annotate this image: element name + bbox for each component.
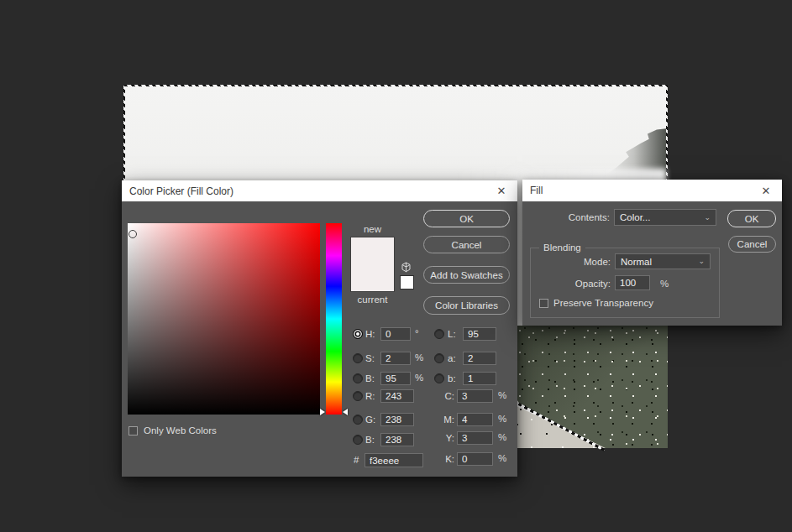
fill-cancel-button[interactable]: Cancel — [728, 236, 776, 253]
g-radio[interactable] — [353, 415, 363, 425]
c-label: C: — [438, 391, 454, 401]
m-label: M: — [438, 415, 454, 425]
contents-dropdown[interactable]: Color... ⌄ — [614, 209, 716, 226]
c-unit: % — [498, 390, 506, 400]
add-to-swatches-button[interactable]: Add to Swatches — [423, 266, 510, 284]
g-input[interactable] — [380, 413, 414, 426]
b2-radio[interactable] — [434, 373, 444, 383]
mode-label: Mode: — [530, 257, 611, 267]
b-unit: % — [415, 373, 423, 383]
color-picker-dialog: Color Picker (Fill Color) ✕ new current … — [122, 180, 517, 477]
current-swatch-label: current — [344, 295, 401, 305]
fill-dialog: Fill ✕ Contents: Color... ⌄ OK Cancel Bl… — [522, 180, 782, 326]
hue-slider-arrow-left[interactable] — [320, 409, 325, 415]
y-input[interactable] — [457, 431, 493, 445]
contents-value: Color... — [620, 212, 650, 222]
g-label: G: — [365, 415, 375, 425]
m-unit: % — [498, 414, 506, 424]
color-picker-title: Color Picker (Fill Color) — [122, 185, 233, 197]
mode-value: Normal — [621, 257, 652, 267]
s-unit: % — [415, 352, 423, 362]
b-label: B: — [365, 373, 375, 383]
new-current-swatch — [350, 237, 395, 292]
a-input[interactable] — [463, 352, 496, 365]
a-label: a: — [448, 353, 456, 363]
opacity-input[interactable] — [615, 275, 650, 290]
k-input[interactable] — [457, 452, 493, 466]
fill-ok-button[interactable]: OK — [727, 210, 776, 227]
fill-titlebar[interactable]: Fill ✕ — [522, 180, 782, 201]
s-input[interactable] — [380, 352, 411, 365]
ok-button[interactable]: OK — [423, 210, 510, 227]
color-libraries-button[interactable]: Color Libraries — [423, 296, 510, 315]
h-unit: ° — [415, 328, 419, 338]
k-unit: % — [498, 453, 506, 463]
opacity-label: Opacity: — [530, 279, 611, 289]
r-label: R: — [365, 391, 375, 401]
mode-dropdown[interactable]: Normal ⌄ — [615, 253, 711, 269]
fill-title: Fill — [522, 185, 543, 196]
cancel-button[interactable]: Cancel — [423, 236, 510, 253]
l-label: L: — [448, 329, 456, 339]
b-input[interactable] — [380, 372, 411, 385]
only-web-colors-checkbox[interactable] — [129, 426, 138, 436]
preserve-transparency-label: Preserve Transparency — [553, 298, 653, 308]
b3-label: B: — [365, 435, 375, 445]
hex-input[interactable] — [365, 453, 423, 467]
web-safe-cube-icon[interactable] — [401, 262, 412, 273]
b3-input[interactable] — [380, 433, 414, 446]
opacity-unit: % — [660, 279, 669, 289]
c-input[interactable] — [457, 389, 493, 403]
hue-slider[interactable] — [326, 223, 342, 415]
l-input[interactable] — [463, 327, 496, 341]
close-icon[interactable]: ✕ — [492, 180, 511, 201]
b3-radio[interactable] — [353, 435, 363, 445]
hex-label: # — [354, 455, 359, 465]
r-radio[interactable] — [353, 391, 363, 401]
s-radio[interactable] — [353, 353, 363, 363]
y-label: Y: — [438, 433, 454, 443]
blending-group-label: Blending — [539, 243, 585, 253]
only-web-colors-label: Only Web Colors — [144, 425, 217, 436]
r-input[interactable] — [380, 389, 414, 403]
s-label: S: — [365, 353, 375, 363]
h-label: H: — [365, 329, 375, 339]
k-label: K: — [438, 454, 454, 464]
color-picker-titlebar[interactable]: Color Picker (Fill Color) ✕ — [122, 180, 517, 201]
fill-close-icon[interactable]: ✕ — [757, 180, 775, 201]
b2-label: b: — [448, 373, 456, 383]
mode-chevron-down-icon: ⌄ — [698, 258, 705, 265]
new-swatch-label: new — [350, 224, 395, 234]
contents-label: Contents: — [529, 212, 610, 222]
preserve-transparency-checkbox[interactable] — [539, 299, 548, 308]
b-radio[interactable] — [353, 373, 363, 383]
web-safe-color-swatch[interactable] — [400, 275, 414, 289]
blending-group: Blending Mode: Normal ⌄ Opacity: % Prese… — [530, 248, 720, 318]
h-input[interactable] — [380, 327, 411, 341]
chevron-down-icon: ⌄ — [704, 214, 711, 222]
color-field-marker[interactable] — [129, 230, 137, 238]
y-unit: % — [498, 432, 506, 442]
color-field[interactable] — [128, 223, 320, 415]
h-radio[interactable] — [353, 329, 363, 339]
l-radio[interactable] — [434, 329, 444, 339]
a-radio[interactable] — [434, 353, 444, 363]
b2-input[interactable] — [463, 372, 496, 385]
m-input[interactable] — [457, 413, 493, 426]
hue-slider-arrow-right[interactable] — [343, 409, 348, 415]
